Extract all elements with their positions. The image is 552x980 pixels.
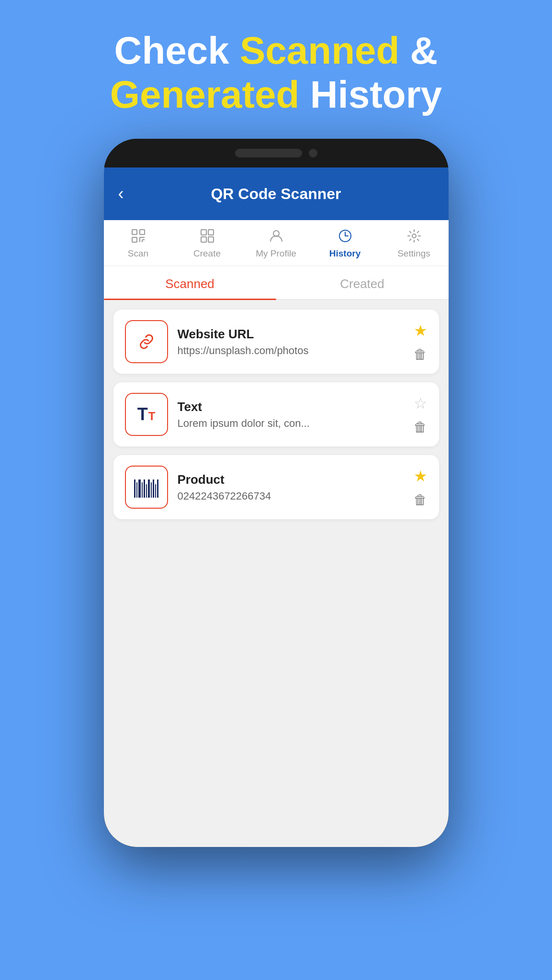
product-actions: ★ 🗑 bbox=[414, 467, 428, 508]
phone-speaker bbox=[235, 149, 302, 157]
url-subtitle: https://unsplash.com/photos bbox=[178, 345, 404, 357]
svg-rect-9 bbox=[201, 237, 206, 242]
svg-rect-1 bbox=[140, 230, 145, 234]
svg-rect-7 bbox=[201, 230, 206, 235]
bottom-nav: Scan Create bbox=[104, 220, 449, 266]
url-icon-wrap bbox=[125, 320, 168, 363]
create-icon bbox=[200, 229, 214, 245]
product-subtitle: 0242243672266734 bbox=[178, 490, 404, 502]
delete-button-url[interactable]: 🗑 bbox=[414, 346, 427, 362]
url-actions: ★ 🗑 bbox=[414, 322, 428, 362]
link-icon bbox=[136, 331, 157, 352]
history-icon bbox=[338, 229, 352, 245]
text-content: Text Lorem ipsum dolor sit, con... bbox=[178, 400, 404, 430]
text-title: Text bbox=[178, 400, 404, 414]
product-content: Product 0242243672266734 bbox=[178, 472, 404, 502]
star-button-text[interactable]: ☆ bbox=[414, 394, 428, 412]
app-header: ‹ QR Code Scanner bbox=[104, 167, 449, 220]
list-item: Product 0242243672266734 ★ 🗑 bbox=[113, 455, 439, 519]
nav-label-create: Create bbox=[193, 248, 221, 259]
url-title: Website URL bbox=[178, 327, 404, 342]
list-item: T T Text Lorem ipsum dolor sit, con... ☆… bbox=[113, 382, 439, 446]
list-item: Website URL https://unsplash.com/photos … bbox=[113, 310, 439, 374]
history-list: Website URL https://unsplash.com/photos … bbox=[104, 300, 449, 529]
text-subtitle: Lorem ipsum dolor sit, con... bbox=[178, 417, 404, 430]
phone-camera bbox=[309, 149, 317, 157]
nav-item-create[interactable]: Create bbox=[173, 220, 242, 266]
svg-rect-0 bbox=[132, 230, 137, 234]
headline-scanned: Scanned bbox=[240, 29, 399, 72]
svg-rect-2 bbox=[132, 237, 137, 242]
back-button[interactable]: ‹ bbox=[118, 184, 124, 204]
phone-top-bar bbox=[104, 139, 449, 167]
scan-icon bbox=[131, 229, 146, 245]
nav-label-history: History bbox=[329, 248, 360, 259]
myprofile-icon bbox=[269, 229, 283, 245]
tab-created[interactable]: Created bbox=[276, 266, 449, 299]
nav-label-scan: Scan bbox=[128, 248, 148, 259]
nav-label-settings: Settings bbox=[397, 248, 430, 259]
headline: Check Scanned & Generated History bbox=[0, 0, 552, 136]
nav-item-history[interactable]: History bbox=[311, 220, 380, 266]
svg-rect-10 bbox=[208, 237, 214, 242]
svg-point-15 bbox=[412, 234, 416, 238]
delete-button-text[interactable]: 🗑 bbox=[414, 419, 427, 435]
phone-shell: ‹ QR Code Scanner Scan bbox=[104, 139, 449, 847]
text-type-icon: T T bbox=[137, 406, 156, 423]
barcode-icon bbox=[134, 477, 158, 498]
url-content: Website URL https://unsplash.com/photos bbox=[178, 327, 404, 357]
nav-label-myprofile: My Profile bbox=[256, 248, 296, 259]
nav-item-settings[interactable]: Settings bbox=[380, 220, 449, 266]
text-icon-wrap: T T bbox=[125, 393, 168, 436]
nav-item-myprofile[interactable]: My Profile bbox=[242, 220, 311, 266]
tab-scanned[interactable]: Scanned bbox=[104, 266, 276, 299]
headline-amp: & bbox=[399, 29, 438, 72]
headline-history: History bbox=[299, 73, 442, 116]
headline-generated: Generated bbox=[110, 73, 300, 116]
delete-button-product[interactable]: 🗑 bbox=[414, 492, 427, 508]
nav-item-scan[interactable]: Scan bbox=[104, 220, 173, 266]
star-button-product[interactable]: ★ bbox=[414, 467, 428, 485]
text-actions: ☆ 🗑 bbox=[414, 394, 428, 435]
tab-bar: Scanned Created bbox=[104, 266, 449, 300]
settings-icon bbox=[407, 229, 421, 245]
headline-check: Check bbox=[114, 29, 240, 72]
svg-rect-8 bbox=[208, 230, 214, 235]
phone-screen: ‹ QR Code Scanner Scan bbox=[104, 167, 449, 847]
product-icon-wrap bbox=[125, 466, 168, 509]
star-button-url[interactable]: ★ bbox=[414, 322, 428, 340]
app-title: QR Code Scanner bbox=[211, 185, 341, 203]
product-title: Product bbox=[178, 472, 404, 487]
